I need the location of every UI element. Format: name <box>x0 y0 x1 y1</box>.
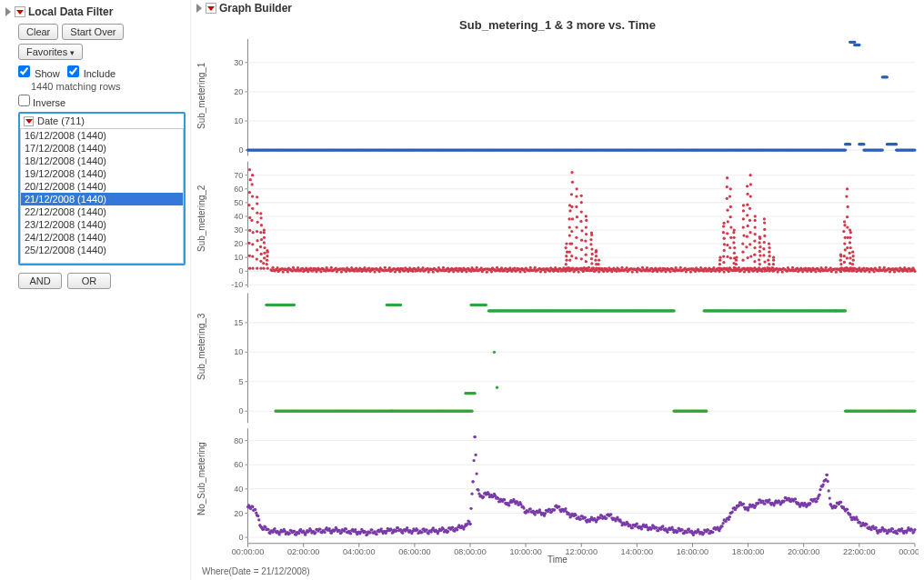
list-item[interactable]: 19/12/2008 (1440) <box>21 167 183 180</box>
svg-text:10: 10 <box>234 116 243 125</box>
include-checkbox[interactable]: Include <box>67 65 116 79</box>
svg-point-2818 <box>482 495 485 498</box>
svg-point-1715 <box>767 259 769 262</box>
svg-point-2061 <box>485 304 487 306</box>
svg-point-1693 <box>754 219 757 222</box>
clear-button[interactable]: Clear <box>18 24 58 40</box>
svg-point-1569 <box>576 187 578 190</box>
svg-point-1661 <box>741 251 744 254</box>
svg-point-1525 <box>260 238 263 241</box>
svg-point-1533 <box>263 252 266 255</box>
svg-point-1696 <box>758 263 761 265</box>
list-item[interactable]: 17/12/2008 (1440) <box>21 142 183 155</box>
list-item[interactable]: 25/12/2008 (1440) <box>21 244 183 256</box>
svg-point-2596 <box>288 532 291 535</box>
dropdown-icon[interactable] <box>24 116 34 126</box>
svg-point-1703 <box>763 217 766 220</box>
filter-header[interactable]: Local Data Filter <box>5 4 185 20</box>
svg-point-1668 <box>747 267 749 270</box>
svg-point-1756 <box>851 267 854 270</box>
svg-point-815 <box>286 270 289 273</box>
svg-point-2866 <box>522 506 525 509</box>
svg-point-1740 <box>846 246 849 249</box>
svg-point-1496 <box>247 242 250 245</box>
svg-point-1609 <box>595 255 598 257</box>
svg-point-1627 <box>726 176 728 179</box>
svg-text:60: 60 <box>234 185 243 194</box>
svg-point-1667 <box>746 185 748 187</box>
svg-point-2995 <box>636 523 638 525</box>
svg-point-1583 <box>580 229 583 232</box>
svg-point-1597 <box>590 267 593 270</box>
start-over-button[interactable]: Start Over <box>62 24 124 40</box>
svg-point-1752 <box>849 241 851 244</box>
svg-text:04:00:00: 04:00:00 <box>343 547 375 556</box>
svg-point-1712 <box>768 242 770 245</box>
show-checkbox[interactable]: Show <box>18 65 60 79</box>
svg-point-2625 <box>314 531 316 534</box>
list-item[interactable]: 24/12/2008 (1440) <box>21 231 183 244</box>
svg-point-1396 <box>825 266 828 269</box>
svg-point-1637 <box>728 267 731 270</box>
inverse-checkbox[interactable]: Inverse <box>18 95 65 108</box>
graph-header[interactable]: Graph Builder <box>196 0 919 16</box>
svg-point-1675 <box>746 193 748 195</box>
svg-point-2803 <box>471 480 474 483</box>
svg-point-1531 <box>262 262 265 265</box>
svg-point-1407 <box>835 271 838 274</box>
favorites-button[interactable]: Favorites <box>18 44 83 60</box>
list-item[interactable]: 20/12/2008 (1440) <box>21 180 183 193</box>
svg-point-1625 <box>722 231 725 234</box>
dropdown-icon[interactable] <box>15 6 25 17</box>
svg-point-1690 <box>753 239 756 242</box>
svg-point-1735 <box>842 230 845 233</box>
svg-point-1528 <box>259 216 262 219</box>
svg-point-873 <box>340 270 343 273</box>
svg-point-1621 <box>722 255 725 257</box>
list-item[interactable]: 21/12/2008 (1440) <box>21 193 183 205</box>
svg-point-1552 <box>567 267 570 270</box>
and-button[interactable]: AND <box>18 273 62 289</box>
svg-point-1176 <box>620 266 623 269</box>
date-column-header[interactable]: Date (711) <box>20 114 184 129</box>
svg-text:5: 5 <box>238 377 243 386</box>
svg-point-3088 <box>718 529 720 532</box>
svg-point-1593 <box>585 233 588 235</box>
svg-point-3315 <box>913 528 916 531</box>
svg-point-1239 <box>679 266 682 269</box>
chart-svg[interactable]: 00:00:0002:00:0004:00:0006:00:0008:00:00… <box>216 35 919 556</box>
list-item[interactable]: 18/12/2008 (1440) <box>21 155 183 167</box>
svg-point-3017 <box>655 526 658 529</box>
svg-point-1619 <box>723 267 726 270</box>
svg-point-3301 <box>900 527 903 530</box>
chart-area[interactable]: Sub_metering_1 Sub_metering_2 Sub_meteri… <box>196 35 919 556</box>
svg-point-1575 <box>576 215 578 218</box>
svg-point-3194 <box>808 502 811 505</box>
svg-point-1687 <box>753 260 756 263</box>
dropdown-icon[interactable] <box>206 3 216 14</box>
date-list[interactable]: 16/12/2008 (1440)17/12/2008 (1440)18/12/… <box>20 129 184 264</box>
svg-point-2298 <box>705 410 708 413</box>
list-item[interactable]: 22/12/2008 (1440) <box>21 205 183 218</box>
svg-point-2561 <box>257 518 260 521</box>
svg-point-1524 <box>259 245 262 248</box>
svg-point-1730 <box>843 261 846 264</box>
svg-point-1612 <box>598 267 600 270</box>
svg-point-3164 <box>783 499 786 502</box>
list-item[interactable]: 23/12/2008 (1440) <box>21 218 183 231</box>
svg-point-1749 <box>849 256 851 259</box>
list-item[interactable]: 16/12/2008 (1440) <box>21 129 183 142</box>
svg-point-2807 <box>474 454 477 456</box>
svg-point-2907 <box>557 505 560 508</box>
svg-point-1638 <box>729 256 732 259</box>
or-button[interactable]: OR <box>67 273 111 289</box>
svg-point-983 <box>442 266 445 269</box>
svg-point-1692 <box>754 225 757 228</box>
svg-point-1731 <box>843 255 846 257</box>
svg-point-1603 <box>589 238 592 241</box>
svg-text:16:00:00: 16:00:00 <box>677 547 708 556</box>
svg-point-1631 <box>726 232 728 235</box>
filter-title: Local Data Filter <box>28 5 113 18</box>
svg-point-1129 <box>578 270 580 273</box>
svg-text:20: 20 <box>234 508 243 517</box>
